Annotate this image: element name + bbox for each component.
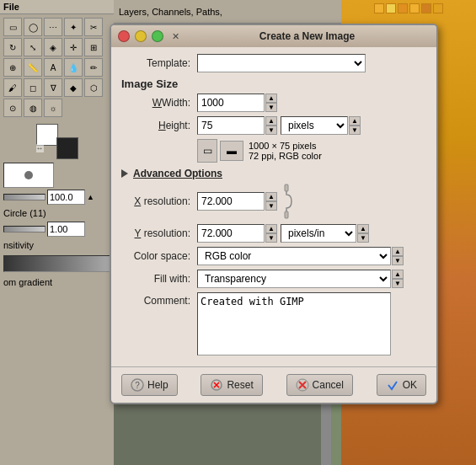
- tool-colorpick[interactable]: 💧: [64, 58, 83, 77]
- dpi-text: 72 ppi, RGB color: [249, 151, 322, 161]
- tool-pencil[interactable]: ✏: [84, 58, 103, 77]
- comment-textarea[interactable]: Created with GIMP: [197, 292, 391, 355]
- ok-label: OK: [403, 379, 417, 391]
- unit-spin-down[interactable]: ▼: [349, 126, 361, 135]
- fill-up[interactable]: ▲: [392, 270, 404, 279]
- tool-shear[interactable]: ◈: [44, 38, 62, 56]
- color-space-up[interactable]: ▲: [392, 247, 404, 256]
- opacity-row: 1.00: [3, 222, 110, 237]
- dialog-content: Template: Image Size WWidth: 1000 ▲ ▼: [111, 47, 436, 366]
- dialog-title: Create a New Image: [185, 30, 430, 42]
- opacity-slider[interactable]: [3, 226, 45, 232]
- width-spin-up[interactable]: ▲: [265, 94, 277, 103]
- x-res-spinners: ▲ ▼: [265, 192, 277, 211]
- fg-area[interactable]: [3, 255, 110, 272]
- fg-color-swatch[interactable]: [56, 137, 78, 159]
- tool-text[interactable]: A: [44, 58, 62, 77]
- comment-row: Comment: Created with GIMP: [121, 292, 426, 355]
- portrait-icon[interactable]: ▭: [197, 139, 217, 163]
- tool-rect-select[interactable]: ▭: [3, 18, 22, 36]
- layers-panel: Layers, Channels, Paths,: [114, 0, 341, 24]
- height-spinners: ▲ ▼: [265, 116, 277, 135]
- scale-spin-up[interactable]: ▲: [87, 193, 94, 201]
- fill-down[interactable]: ▼: [392, 279, 404, 288]
- y-resolution-input[interactable]: 72.000: [197, 224, 265, 243]
- unit-spinners: ▲ ▼: [349, 116, 361, 135]
- tool-free-select[interactable]: ⋯: [44, 18, 62, 36]
- dialog-maximize-button[interactable]: [152, 30, 163, 42]
- dialog-minimize-button[interactable]: [135, 30, 147, 42]
- dialog-x-icon: ✕: [172, 31, 179, 42]
- fill-spinners: ▲ ▼: [392, 270, 404, 288]
- panel-decoration: [341, 0, 476, 17]
- height-spin-down[interactable]: ▼: [265, 126, 277, 135]
- scale-slider[interactable]: [3, 194, 45, 200]
- fg-bg-swatches[interactable]: ↔: [36, 124, 78, 159]
- file-menu[interactable]: File: [3, 2, 19, 12]
- width-input[interactable]: 1000: [197, 94, 265, 112]
- res-unit-spinners: ▲ ▼: [357, 224, 369, 243]
- scale-input[interactable]: 100.0: [47, 190, 85, 205]
- x-res-down[interactable]: ▼: [265, 201, 277, 211]
- cancel-button[interactable]: Cancel: [286, 374, 353, 396]
- landscape-icon[interactable]: ▬: [220, 141, 243, 161]
- tool-align[interactable]: ⊞: [84, 38, 103, 56]
- tool-rotate[interactable]: ↻: [3, 38, 22, 56]
- gradient-label: om gradient: [0, 275, 114, 289]
- height-input[interactable]: 75: [197, 116, 265, 135]
- arrows-icon[interactable]: ↔: [36, 144, 44, 152]
- x-resolution-input[interactable]: 72.000: [197, 192, 265, 211]
- tool-eraser[interactable]: ◻: [24, 78, 42, 97]
- color-space-down[interactable]: ▼: [392, 256, 404, 265]
- reset-button[interactable]: Reset: [201, 374, 262, 396]
- res-unit-up[interactable]: ▲: [357, 224, 369, 233]
- x-resolution-group: 72.000 ▲ ▼: [197, 183, 293, 220]
- reset-label: Reset: [227, 379, 253, 391]
- svg-rect-1: [285, 184, 288, 191]
- res-unit-down[interactable]: ▼: [357, 233, 369, 243]
- gimp-menu-bar[interactable]: File: [0, 0, 114, 14]
- template-select[interactable]: [197, 54, 366, 72]
- tool-measure[interactable]: 📏: [24, 58, 42, 77]
- ok-button[interactable]: OK: [377, 374, 426, 396]
- x-res-up[interactable]: ▲: [265, 192, 277, 201]
- tool-airbrush[interactable]: ∇: [44, 78, 62, 97]
- tool-fuzzy[interactable]: ✦: [64, 18, 83, 36]
- height-label: Height:: [121, 120, 197, 131]
- gradient-preview: [4, 256, 110, 271]
- dialog-footer: ? Help Reset Cancel: [111, 366, 436, 403]
- tool-move[interactable]: ✛: [64, 38, 83, 56]
- fill-with-label: Fill with:: [121, 273, 197, 285]
- y-resolution-group: 72.000 ▲ ▼ pixels/in ▲ ▼: [197, 224, 369, 243]
- x-resolution-row: X resolution: 72.000 ▲ ▼: [121, 183, 426, 220]
- tool-heal[interactable]: ⬡: [84, 78, 103, 97]
- tool-dodge[interactable]: ☼: [44, 99, 62, 117]
- y-res-down[interactable]: ▼: [265, 233, 277, 243]
- tool-crop[interactable]: ✂: [84, 18, 103, 36]
- tool-clone[interactable]: ⊙: [3, 99, 22, 117]
- resolution-unit-select[interactable]: pixels/in: [281, 224, 356, 243]
- dialog-close-button[interactable]: [118, 30, 130, 42]
- tool-paintbrush[interactable]: 🖌: [3, 78, 22, 97]
- tool-blur[interactable]: ◍: [24, 99, 42, 117]
- advanced-options-header[interactable]: Advanced Options: [121, 168, 426, 179]
- create-new-image-dialog: ✕ Create a New Image Template: Image Siz…: [110, 24, 438, 404]
- tool-ink[interactable]: ◆: [64, 78, 83, 97]
- bg-color-swatch[interactable]: [36, 124, 58, 146]
- width-label: WWidth:: [121, 97, 197, 109]
- template-label: Template:: [121, 57, 197, 69]
- tool-zoom[interactable]: ⊕: [3, 58, 22, 77]
- help-label: Help: [147, 379, 168, 391]
- width-spin-down[interactable]: ▼: [265, 103, 277, 112]
- unit-spin-up[interactable]: ▲: [349, 116, 361, 126]
- unit-select[interactable]: pixels: [281, 116, 348, 135]
- tool-scale[interactable]: ⤡: [24, 38, 42, 56]
- color-space-row: Color space: RGB color ▲ ▼: [121, 247, 426, 265]
- height-spin-up[interactable]: ▲: [265, 116, 277, 126]
- y-res-up[interactable]: ▲: [265, 224, 277, 233]
- tool-ellipse[interactable]: ◯: [24, 18, 42, 36]
- opacity-input[interactable]: 1.00: [47, 222, 85, 237]
- color-space-select[interactable]: RGB color: [197, 247, 391, 265]
- fill-with-select[interactable]: Transparency White Background color Fore…: [197, 270, 391, 288]
- help-button[interactable]: ? Help: [121, 374, 178, 396]
